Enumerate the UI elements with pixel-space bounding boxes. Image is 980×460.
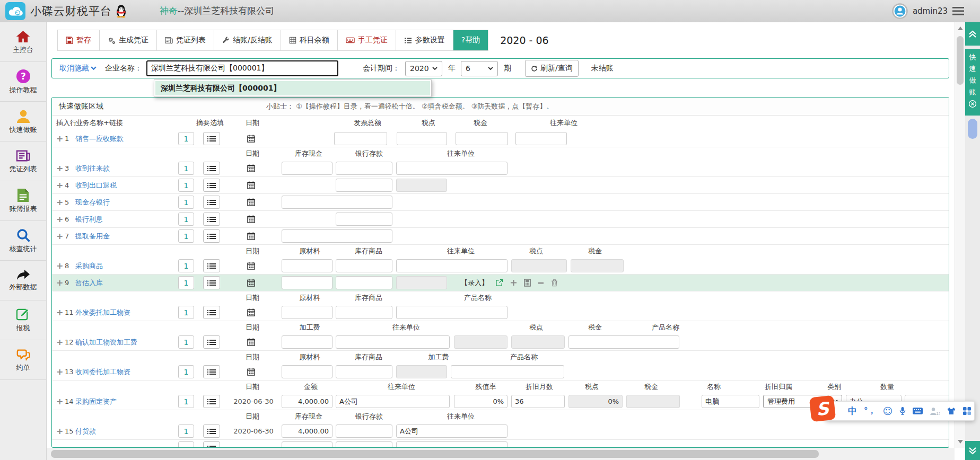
calendar-icon[interactable] [247, 135, 255, 143]
count-input[interactable] [178, 276, 194, 289]
toolbar-button-params[interactable]: 参数设置 [396, 30, 453, 50]
insert-row-icon[interactable]: + [56, 194, 63, 210]
quick-accounting-shortcut[interactable]: 快速做账 [965, 49, 980, 116]
calendar-icon[interactable] [247, 164, 255, 172]
close-circle-icon[interactable] [968, 100, 977, 108]
ime-toolbox-icon[interactable] [963, 407, 971, 415]
calendar-icon[interactable] [247, 181, 255, 189]
business-link[interactable]: 暂估入库 [75, 275, 103, 291]
insert-row-icon[interactable]: + [56, 258, 63, 274]
calendar-icon[interactable] [247, 232, 255, 240]
cell-input[interactable] [282, 306, 332, 319]
cell-input[interactable] [282, 162, 332, 175]
count-input[interactable] [178, 335, 194, 349]
cell-input[interactable] [702, 395, 759, 408]
count-input[interactable] [178, 179, 194, 192]
calc-icon[interactable] [524, 279, 531, 287]
cell-input[interactable] [282, 395, 332, 408]
cell-input[interactable] [456, 132, 508, 145]
cancel-hide-link[interactable]: 取消隐藏 [59, 64, 97, 73]
toolbar-button-voucher-list[interactable]: 凭证列表 [156, 30, 214, 50]
sidebar-item-chat[interactable]: 约单 [0, 340, 46, 380]
summary-list-button[interactable] [203, 229, 220, 243]
business-link[interactable]: 销售—应收账款 [75, 130, 124, 147]
ime-user-level-icon[interactable]: 15 [930, 407, 940, 415]
suggestion-item[interactable]: 深圳兰芝科技有限公司【000001】 [155, 81, 430, 95]
cell-input[interactable] [336, 306, 392, 319]
strip-scroll-thumb[interactable] [968, 119, 977, 139]
cell-input[interactable] [511, 395, 565, 408]
ime-emoji-icon[interactable]: ☺ [883, 405, 893, 417]
cell-input[interactable] [336, 365, 392, 378]
qq-icon[interactable] [116, 4, 127, 18]
cell-input[interactable] [396, 306, 508, 319]
summary-list-button[interactable] [203, 424, 220, 438]
ime-soft-keyboard-icon[interactable] [913, 408, 923, 414]
scroll-up-arrow[interactable] [958, 26, 963, 30]
business-link[interactable]: 提取备用金 [75, 228, 110, 244]
summary-list-button[interactable] [203, 162, 220, 175]
summary-list-button[interactable] [203, 259, 220, 272]
insert-row-icon[interactable]: + [56, 177, 63, 193]
plus-icon[interactable] [510, 279, 517, 286]
cell-input[interactable] [454, 395, 508, 408]
toolbar-button-save[interactable]: 暂存 [58, 30, 99, 50]
cell-input[interactable] [282, 441, 332, 448]
collapse-down-button[interactable] [965, 441, 980, 460]
sidebar-item-search[interactable]: 核查统计 [0, 221, 46, 261]
count-input[interactable] [178, 229, 194, 243]
insert-row-icon[interactable]: + [56, 275, 63, 291]
cell-input[interactable] [282, 365, 332, 378]
sidebar-item-home[interactable]: 主控台 [0, 22, 46, 62]
toolbar-button-generate[interactable]: 生成凭证 [99, 30, 156, 50]
insert-row-icon[interactable]: + [56, 334, 63, 350]
count-input[interactable] [178, 365, 194, 378]
toolbar-button-balance[interactable]: 科目余额 [281, 30, 337, 50]
entry-label[interactable]: 【录入】 [461, 278, 488, 288]
month-select[interactable]: 6 [461, 61, 498, 76]
sidebar-item-user[interactable]: 快速做账 [0, 102, 46, 141]
business-link[interactable]: 外发委托加工物资 [75, 304, 130, 321]
insert-row-icon[interactable]: + [56, 304, 63, 321]
ime-punctuation-icon[interactable]: °， [864, 406, 876, 416]
summary-list-button[interactable] [203, 276, 220, 289]
ime-zh-mode-icon[interactable]: 中 [848, 405, 857, 417]
app-logo[interactable] [5, 2, 25, 20]
calendar-icon[interactable] [247, 338, 255, 346]
sogou-ime-logo[interactable]: S [809, 395, 836, 422]
calendar-icon[interactable] [247, 279, 255, 287]
calendar-icon[interactable] [247, 308, 255, 316]
toolbar-button-manual[interactable]: 手工凭证 [337, 30, 396, 50]
cell-input[interactable] [282, 259, 332, 272]
trash-icon[interactable] [551, 279, 558, 287]
count-input[interactable] [178, 162, 194, 175]
cell-input[interactable] [396, 441, 508, 448]
business-link[interactable]: 收回委托加工物资 [75, 364, 130, 380]
cell-input[interactable] [336, 276, 392, 289]
cell-input[interactable] [397, 132, 447, 145]
summary-list-button[interactable] [203, 132, 220, 145]
calendar-icon[interactable] [247, 198, 255, 206]
cell-input[interactable] [396, 162, 508, 175]
summary-list-button[interactable] [203, 179, 220, 192]
count-input[interactable] [178, 259, 194, 272]
cell-input[interactable] [336, 424, 392, 438]
horizontal-scroll-thumb[interactable] [51, 450, 819, 458]
insert-row-icon[interactable]: + [56, 160, 63, 176]
calendar-icon[interactable] [247, 262, 255, 270]
insert-row-icon[interactable]: + [56, 228, 63, 244]
ime-skin-icon[interactable] [947, 407, 956, 415]
summary-list-button[interactable] [203, 365, 220, 378]
avatar[interactable] [892, 3, 908, 19]
cell-input[interactable] [336, 179, 392, 192]
menu-icon[interactable] [952, 7, 964, 15]
sidebar-item-tax[interactable]: 报税 [0, 300, 46, 340]
cell-input[interactable] [282, 229, 392, 243]
cell-input[interactable] [451, 365, 564, 378]
insert-row-icon[interactable]: + [56, 211, 63, 227]
count-input[interactable] [178, 424, 194, 438]
cell-input[interactable] [396, 424, 508, 438]
ime-mic-icon[interactable] [899, 406, 906, 415]
business-link[interactable]: 银行利息 [75, 211, 103, 227]
business-link[interactable]: 采购商品 [75, 258, 103, 274]
